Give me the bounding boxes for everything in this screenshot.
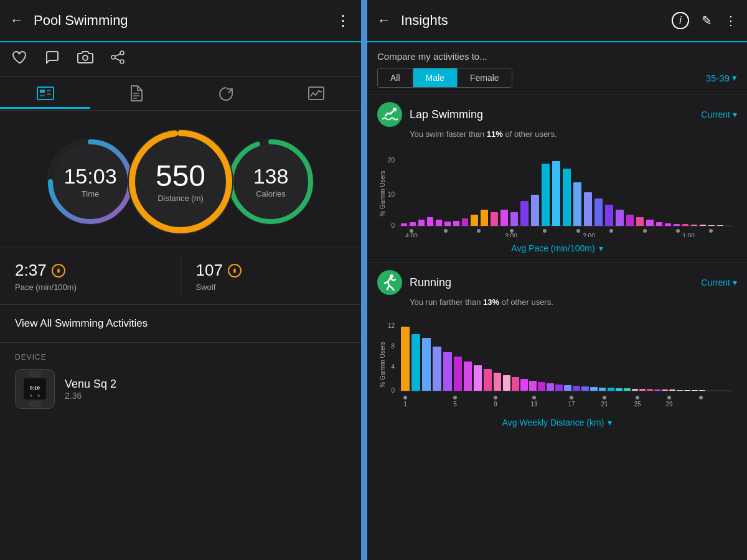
tab-overview[interactable]	[0, 78, 90, 109]
svg-rect-56	[584, 192, 592, 226]
svg-rect-55	[573, 182, 581, 226]
svg-line-4	[115, 54, 121, 57]
filter-male[interactable]: Male	[413, 68, 458, 87]
svg-rect-57	[594, 198, 603, 226]
chevron-down-icon-run: ▾	[733, 278, 737, 287]
pace-value-row: 2:37	[15, 261, 166, 280]
svg-rect-126	[699, 390, 705, 391]
chevron-down-icon-swim-chart: ▾	[599, 243, 603, 253]
camera-icon[interactable]	[77, 50, 93, 68]
svg-point-79	[676, 229, 680, 233]
filter-female[interactable]: Female	[458, 68, 512, 87]
more-menu-button[interactable]: ⋮	[336, 12, 351, 29]
svg-point-3	[120, 60, 124, 63]
right-panel: ← Insights i ✎ ⋮ Compare my activities t…	[367, 0, 747, 560]
svg-text:4:00: 4:00	[405, 233, 418, 237]
lap-swimming-desc: You swim faster than 11% of other users.	[377, 129, 737, 139]
filter-all[interactable]: All	[378, 68, 413, 87]
device-watch-image: 8:10	[15, 369, 55, 409]
svg-rect-101	[494, 373, 501, 391]
running-chart-footer[interactable]: Avg Weekly Distance (km) ▾	[377, 414, 737, 429]
svg-rect-112	[590, 387, 598, 391]
tab-laps[interactable]	[181, 77, 271, 110]
age-filter[interactable]: 35-39 ▾	[706, 72, 737, 83]
tab-chart[interactable]	[271, 78, 361, 109]
info-icon[interactable]: i	[672, 12, 689, 29]
share-icon[interactable]	[111, 50, 125, 68]
svg-point-80	[709, 229, 713, 233]
distance-value-container: 550 Distance (m)	[156, 161, 205, 203]
svg-point-29	[37, 394, 40, 397]
device-row: 8:10 Venu Sq 2 2.36	[15, 369, 346, 409]
svg-rect-8	[40, 95, 45, 96]
svg-point-133	[636, 396, 639, 399]
svg-rect-66	[682, 224, 688, 226]
svg-text:10: 10	[388, 191, 395, 198]
svg-text:1:00: 1:00	[682, 233, 695, 237]
svg-rect-103	[512, 377, 519, 391]
svg-text:29: 29	[665, 401, 673, 408]
svg-text:0: 0	[391, 387, 395, 394]
pace-icon	[52, 264, 65, 278]
svg-rect-61	[636, 217, 644, 226]
chevron-down-icon-lap: ▾	[733, 110, 737, 119]
svg-rect-116	[624, 388, 631, 391]
svg-rect-106	[538, 382, 545, 391]
time-value-container: 15:03 Time	[63, 166, 116, 198]
more-icon[interactable]: ⋮	[725, 13, 737, 28]
running-card: Running Current ▾ You run farther than 1…	[367, 262, 747, 436]
svg-text:4: 4	[391, 363, 395, 370]
time-circle: 15:03 Time	[44, 135, 137, 228]
calories-circle: 138 Calories	[224, 135, 317, 228]
svg-rect-115	[616, 388, 622, 391]
svg-rect-45	[471, 215, 478, 226]
svg-rect-95	[433, 347, 441, 391]
svg-rect-59	[616, 210, 624, 226]
svg-rect-109	[564, 385, 571, 391]
svg-rect-7	[40, 90, 45, 93]
metrics-section: 15:03 Time 550 Distance (m)	[0, 111, 361, 248]
svg-rect-9	[47, 90, 51, 91]
tab-details[interactable]	[90, 77, 181, 110]
svg-point-132	[603, 396, 606, 399]
view-all-link[interactable]: View All Swimming Activities	[0, 304, 361, 343]
svg-rect-70	[717, 225, 723, 226]
comment-icon[interactable]	[45, 50, 60, 68]
svg-point-72	[444, 229, 448, 233]
svg-rect-39	[418, 220, 425, 226]
svg-rect-97	[454, 357, 462, 391]
svg-rect-23	[29, 371, 41, 377]
pace-stat: 2:37 Pace (min/100m)	[15, 256, 181, 297]
right-header-icons: i ✎ ⋮	[672, 12, 737, 29]
svg-rect-117	[632, 389, 638, 391]
svg-rect-107	[547, 383, 554, 391]
svg-rect-99	[474, 365, 482, 391]
svg-rect-40	[427, 217, 433, 226]
like-icon[interactable]	[12, 50, 27, 68]
lap-swimming-current[interactable]: Current ▾	[701, 110, 737, 119]
svg-rect-64	[665, 223, 671, 226]
distance-label: Distance (m)	[157, 194, 204, 203]
back-button[interactable]: ←	[10, 12, 24, 29]
svg-rect-30	[29, 401, 41, 407]
running-header: Running Current ▾	[377, 270, 737, 295]
lap-swimming-chart-footer[interactable]: Avg Pace (min/100m) ▾	[377, 240, 737, 254]
insights-back-button[interactable]: ←	[377, 12, 391, 29]
page-title: Pool Swimming	[34, 12, 128, 29]
svg-point-127	[403, 396, 407, 399]
lap-swimming-chart: % Garmin Users 20 10 0	[377, 145, 737, 240]
edit-icon[interactable]: ✎	[702, 13, 712, 28]
svg-point-131	[570, 396, 573, 399]
svg-line-5	[115, 58, 121, 61]
svg-rect-108	[555, 385, 563, 391]
svg-rect-65	[674, 224, 680, 226]
svg-point-73	[477, 229, 481, 233]
svg-rect-92	[401, 327, 410, 391]
svg-rect-122	[669, 390, 675, 391]
svg-point-28	[30, 394, 32, 397]
svg-point-0	[83, 55, 88, 60]
running-current[interactable]: Current ▾	[701, 278, 737, 287]
calories-label: Calories	[256, 189, 286, 198]
svg-rect-37	[401, 223, 407, 226]
svg-rect-63	[656, 222, 662, 226]
